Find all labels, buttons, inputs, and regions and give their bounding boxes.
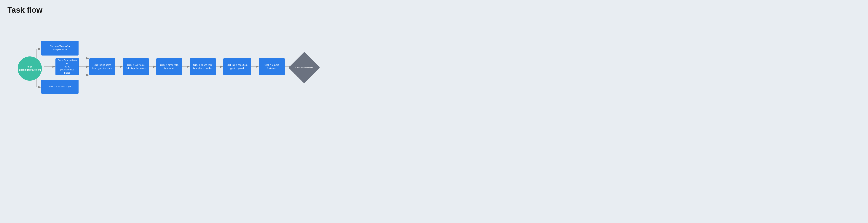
hero-form-node: Go to form on hero of home page/services… <box>56 58 79 75</box>
confirmation-node: Confirmation screen <box>292 56 316 80</box>
task-flow-diagram: Visit cleaningallstars.com Click on CTA … <box>7 22 861 119</box>
last-name-node: Click in last name field, type last name <box>123 58 149 75</box>
cta-node: Click on CTA on Our Story/Service/ <box>41 40 79 56</box>
first-name-node: Click in first name field, type first na… <box>89 58 115 75</box>
page-title: Task flow <box>7 6 861 15</box>
zip-node: Click in zip code field, type in zip cod… <box>223 58 251 75</box>
start-node: Visit cleaningallstars.com <box>18 56 42 81</box>
contact-node: Visit Contact Us page <box>41 80 79 94</box>
email-node: Click in email field, type email <box>156 58 182 75</box>
request-node: Click “Request Estimate” <box>259 58 285 75</box>
phone-node: Click in phone field, type phone number <box>190 58 216 75</box>
